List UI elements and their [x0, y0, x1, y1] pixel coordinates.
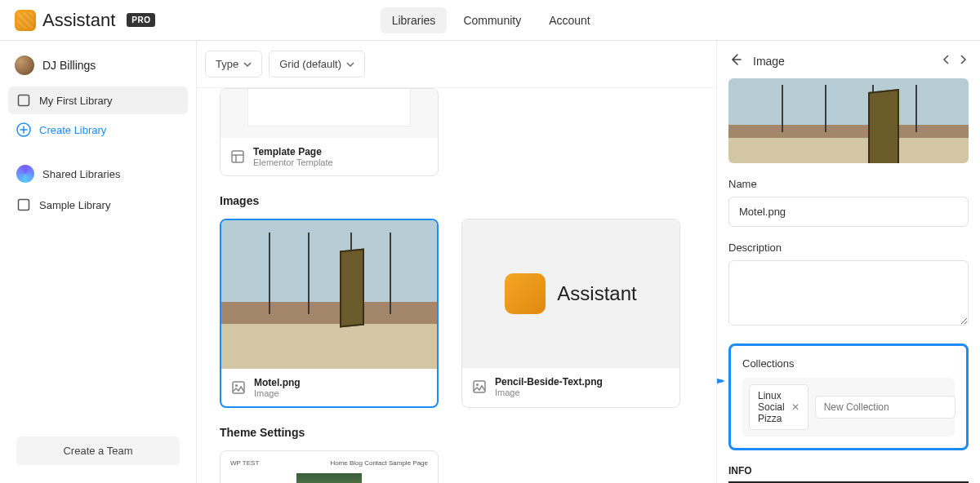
nav-account[interactable]: Account — [537, 7, 602, 33]
image-icon — [231, 380, 246, 395]
library-icon — [16, 197, 31, 212]
dropdown-label: Type — [216, 58, 238, 70]
user-row[interactable]: DJ Billings — [8, 51, 188, 80]
theme-menu: Home Blog Contact Sample Page — [330, 459, 428, 467]
type-dropdown[interactable]: Type — [205, 51, 262, 78]
collections-chips: Linux Social Pizza ✕ — [742, 378, 955, 436]
sidebar-item-label: Sample Library — [39, 199, 110, 211]
theme-card[interactable]: WP TEST Home Blog Contact Sample Page — [220, 450, 439, 483]
svg-point-5 — [235, 384, 238, 387]
image-thumb — [221, 220, 437, 369]
sidebar-item-my-first-library[interactable]: My First Library — [8, 86, 188, 114]
chip-remove[interactable]: ✕ — [791, 401, 800, 413]
chip-label: Linux Social Pizza — [758, 390, 785, 424]
sidebar-item-shared-libraries[interactable]: Shared Libraries — [8, 158, 188, 189]
image-thumb: Assistant — [462, 219, 679, 368]
name-input[interactable] — [728, 197, 969, 227]
logo-text: Assistant — [42, 10, 115, 31]
nav-community[interactable]: Community — [452, 7, 532, 33]
details-breadcrumb: Image — [753, 55, 931, 68]
layout-icon — [230, 149, 245, 164]
template-card[interactable]: Template Page Elementor Template — [220, 88, 439, 176]
image-icon — [472, 379, 487, 394]
new-collection-input[interactable] — [815, 396, 956, 419]
back-button[interactable] — [728, 52, 743, 70]
svg-rect-0 — [19, 95, 29, 106]
user-name: DJ Billings — [42, 59, 96, 72]
pro-badge: PRO — [127, 13, 155, 27]
sidebar-item-label: Create Library — [39, 124, 106, 136]
template-title: Template Page — [253, 146, 333, 157]
chevron-right-icon — [957, 54, 969, 65]
sidebar-item-create-library[interactable]: Create Library — [8, 116, 188, 144]
collections-highlight: Collections Linux Social Pizza ✕ — [728, 343, 969, 450]
create-team-button[interactable]: Create a Team — [16, 436, 180, 465]
image-card-motel[interactable]: Motel.png Image — [220, 219, 439, 408]
arrow-left-icon — [728, 52, 743, 67]
arrow-callout — [716, 369, 731, 393]
collections-label: Collections — [742, 357, 955, 370]
sidebar-item-label: My First Library — [39, 95, 113, 107]
logo-icon — [15, 10, 36, 31]
view-dropdown[interactable]: Grid (default) — [269, 51, 365, 78]
info-tab[interactable]: INFO — [728, 465, 969, 483]
image-card-assistant[interactable]: Assistant Pencil-Beside-Text.png Image — [461, 219, 680, 408]
theme-preview: WP TEST Home Blog Contact Sample Page — [220, 450, 439, 483]
description-input[interactable] — [728, 260, 969, 326]
image-sub: Image — [495, 388, 603, 397]
nav-libraries[interactable]: Libraries — [381, 7, 448, 33]
name-label: Name — [728, 178, 969, 190]
image-logo-text: Assistant — [557, 282, 636, 305]
image-title: Pencil-Beside-Text.png — [495, 376, 603, 388]
chevron-down-icon — [243, 60, 252, 69]
sidebar-item-sample-library[interactable]: Sample Library — [8, 191, 188, 219]
svg-rect-3 — [232, 151, 243, 162]
template-preview — [220, 89, 438, 138]
logo: Assistant PRO — [15, 10, 155, 31]
svg-rect-2 — [19, 200, 29, 210]
description-label: Description — [728, 242, 969, 254]
image-sub: Image — [254, 388, 301, 398]
add-icon — [16, 122, 31, 137]
section-heading-images: Images — [220, 194, 693, 207]
dropdown-label: Grid (default) — [279, 58, 341, 70]
collection-chip: Linux Social Pizza ✕ — [749, 384, 808, 430]
theme-site-name: WP TEST — [230, 459, 259, 467]
section-heading-theme: Theme Settings — [220, 426, 693, 439]
chevron-down-icon — [346, 60, 354, 69]
next-button[interactable] — [957, 54, 969, 69]
avatar — [15, 55, 34, 75]
details-preview — [728, 78, 969, 163]
sidebar-item-label: Shared Libraries — [42, 168, 120, 180]
shared-icon — [16, 165, 34, 183]
template-sub: Elementor Template — [253, 157, 333, 167]
image-title: Motel.png — [254, 377, 301, 388]
svg-point-7 — [476, 383, 479, 386]
library-icon — [16, 93, 31, 108]
chevron-left-icon — [941, 54, 952, 65]
prev-button[interactable] — [941, 54, 952, 69]
